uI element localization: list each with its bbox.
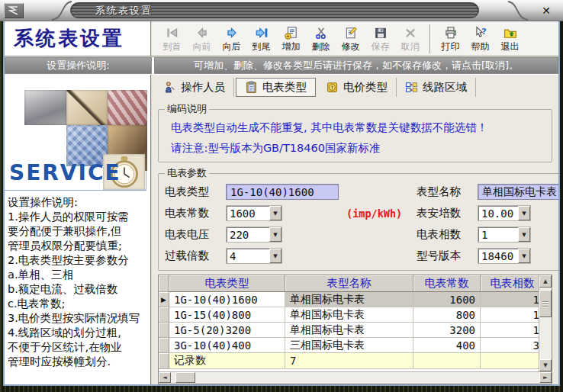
meter-params-legend: 电表参数 xyxy=(165,166,209,180)
current-row-marker: ▶ xyxy=(159,292,169,307)
scroll-down-icon[interactable]: ▼ xyxy=(539,359,552,371)
person-icon xyxy=(163,81,176,94)
go-first-icon xyxy=(165,24,180,40)
cancel-x-icon xyxy=(403,24,418,40)
printer-icon xyxy=(443,24,458,40)
table-row[interactable]: 3G-10(40)400 三相国标电卡表 400 3 xyxy=(159,338,539,353)
page-title: 系统表设置 xyxy=(5,25,124,52)
vscroll-thumb[interactable] xyxy=(539,290,552,317)
title-capsule: 系统表设置 xyxy=(70,2,479,18)
encoding-notes-legend: 编码说明 xyxy=(165,102,209,116)
exit-folder-icon xyxy=(503,24,518,40)
tab-bar: 操作人员 电表类型 电价类型 线路区域 xyxy=(152,75,558,98)
settings-panel: 操作人员 电表类型 电价类型 线路区域 xyxy=(152,75,558,384)
go-last-icon xyxy=(254,24,269,40)
col-header-meter-type: 电表类型 xyxy=(169,275,285,292)
meter-constant-label: 电表常数 xyxy=(165,206,226,220)
help-button[interactable]: ? 帮助 xyxy=(466,23,494,55)
scroll-right-icon[interactable]: ► xyxy=(539,372,552,383)
table-row[interactable]: ▶ 1G-10(40)1600 单相国标电卡表 1600 1 xyxy=(159,292,539,307)
delete-button[interactable]: 删除 xyxy=(307,23,335,55)
title-curve-right xyxy=(507,0,529,21)
left-panel-header: 设置操作说明: xyxy=(5,57,152,74)
exit-button[interactable]: 退出 xyxy=(496,23,524,55)
tab-meter-type[interactable]: 电表类型 xyxy=(236,78,316,97)
tab-line-region[interactable]: 线路区域 xyxy=(397,78,476,97)
col-header-phases: 电表相数 xyxy=(481,275,539,292)
title-curve-left xyxy=(50,0,73,21)
service-wordmark: SERVICE xyxy=(9,160,121,185)
go-prev-button[interactable]: 向前 xyxy=(188,23,216,55)
hscroll-thumb[interactable] xyxy=(175,372,195,383)
scroll-up-icon[interactable]: ▲ xyxy=(539,275,552,288)
save-button[interactable]: 保存 xyxy=(366,23,394,55)
go-next-button[interactable]: 向后 xyxy=(217,23,246,55)
grid-gutter-header xyxy=(159,275,169,292)
table-row[interactable]: 1G-5(20)3200 单相国标电卡表 3200 1 xyxy=(159,323,539,338)
scissors-icon xyxy=(314,24,329,40)
horizontal-scrollbar[interactable]: ◄ ► xyxy=(159,371,552,384)
help-cursor-icon: ? xyxy=(473,24,488,40)
chevron-down-icon[interactable]: ▼ xyxy=(518,249,530,263)
go-prev-icon xyxy=(195,24,210,40)
info-bars: 设置操作说明: 可增加、删除、修改各类型后请进行保存，如不保存修改，请点击[取消… xyxy=(5,57,558,75)
col-header-model-name: 表型名称 xyxy=(285,275,413,292)
cancel-button[interactable]: 取消 xyxy=(396,23,424,55)
toolbar-separator xyxy=(429,24,431,53)
record-count-label: 记录数 xyxy=(169,353,285,369)
add-button[interactable]: 增加 xyxy=(277,23,305,55)
record-count-row: 记录数 7 xyxy=(159,353,539,369)
edit-form-icon xyxy=(343,24,359,40)
print-button[interactable]: 打印 xyxy=(436,23,465,55)
operation-instructions: 设置操作说明: 1.操作人员的权限可按需 要分配便于兼职操作,但 管理员权限分配… xyxy=(5,191,150,369)
meter-constant-combo[interactable]: 1600 ▼ xyxy=(226,205,282,221)
version-combo[interactable]: 18460 ▼ xyxy=(478,248,531,264)
title-bar[interactable]: 系统表设置 ✕ xyxy=(0,0,563,21)
model-name-field[interactable]: 单相国标电卡表 xyxy=(478,184,558,200)
close-button[interactable]: ✕ xyxy=(539,4,554,18)
phone-photo xyxy=(24,90,66,125)
meter-type-label: 电表类型 xyxy=(165,185,226,199)
hint-bar: 可增加、删除、修改各类型后请进行保存，如不保存修改，请点击[取消]。 xyxy=(154,57,558,74)
add-record-icon xyxy=(284,24,299,40)
pencils-photo xyxy=(108,90,147,125)
region-boxes-icon xyxy=(405,81,418,94)
overload-label: 过载倍数 xyxy=(165,249,226,263)
window-skin-border: 系统表设置 到首 向前 向后 到尾 xyxy=(0,21,563,392)
go-first-button[interactable]: 到首 xyxy=(158,23,186,55)
meter-type-field[interactable]: 1G-10(40)1600 xyxy=(226,184,339,200)
chevron-down-icon[interactable]: ▼ xyxy=(518,206,530,220)
encoding-note-1: 电表类型自动生成不能重复, 其中电表常数是关键数据不能选错！ xyxy=(165,117,545,138)
instructions-panel: SERVICE 设置操作说明: 1.操作人员的权限可按需 要分配便于兼职操作,但… xyxy=(5,75,152,384)
phases-combo[interactable]: 1 ▼ xyxy=(478,227,531,243)
meter-params-group: 电表参数 电表类型 1G-10(40)1600 表型名称 单相国标电卡表 电表常… xyxy=(158,166,558,271)
floppy-disk-icon xyxy=(373,24,388,40)
toolbar-row: 系统表设置 到首 向前 向后 到尾 xyxy=(5,21,558,57)
ampere-label: 表安培数 xyxy=(417,206,478,220)
go-next-icon xyxy=(224,24,240,40)
clipboard-icon xyxy=(245,81,258,94)
tab-price-type[interactable]: 电价类型 xyxy=(317,78,397,97)
tab-operators[interactable]: 操作人员 xyxy=(155,78,234,97)
window-title: 系统表设置 xyxy=(71,4,153,18)
pen-photo xyxy=(66,90,108,125)
version-label: 型号版本 xyxy=(417,249,478,263)
modify-button[interactable]: 修改 xyxy=(336,23,365,55)
phases-label: 电表相数 xyxy=(417,227,478,242)
vertical-scrollbar[interactable]: ▲ ▼ xyxy=(539,275,552,371)
voltage-combo[interactable]: 220 ▼ xyxy=(226,227,282,243)
overload-combo[interactable]: 4 ▼ xyxy=(226,248,282,264)
scroll-left-icon[interactable]: ◄ xyxy=(159,372,171,383)
ampere-combo[interactable]: 10.00 ▼ xyxy=(478,205,531,221)
encoding-notes-group: 编码说明 电表类型自动生成不能重复, 其中电表常数是关键数据不能选错！ 请注意:… xyxy=(158,102,552,162)
meter-type-grid: 电表类型 表型名称 电表常数 电表相数 ▶ 1G-10(40)1600 单相 xyxy=(158,275,552,384)
table-row[interactable]: 1G-15(40)800 单相国标电卡表 800 1 xyxy=(159,307,539,323)
chevron-down-icon[interactable]: ▼ xyxy=(269,206,282,220)
chevron-down-icon[interactable]: ▼ xyxy=(518,227,530,242)
chevron-down-icon[interactable]: ▼ xyxy=(269,249,282,263)
chevron-down-icon[interactable]: ▼ xyxy=(269,227,282,242)
service-collage: SERVICE xyxy=(5,90,146,191)
col-header-meter-constant: 电表常数 xyxy=(413,275,481,292)
go-last-button[interactable]: 到尾 xyxy=(247,23,275,55)
encoding-note-2: 请注意:型号版本为GB/T18460国家新标准 xyxy=(165,138,545,159)
